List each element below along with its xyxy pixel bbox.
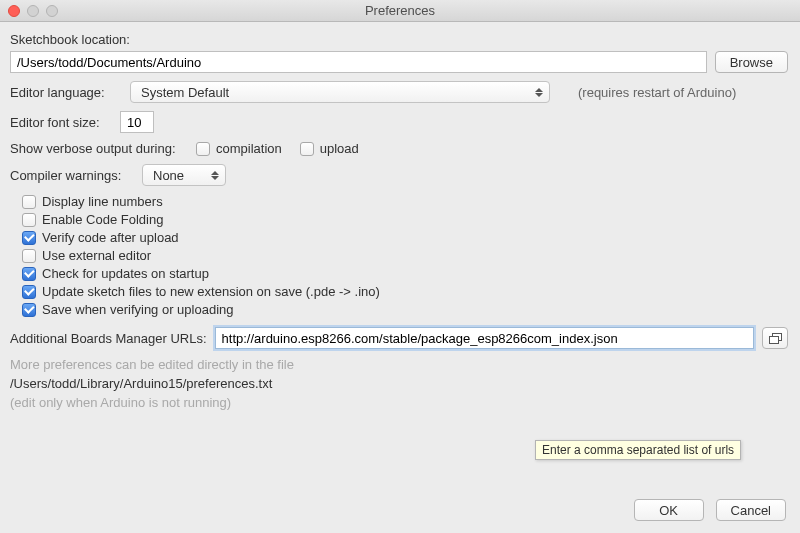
display-line-numbers-label: Display line numbers [42, 194, 163, 209]
save-when-verifying-checkbox[interactable] [22, 303, 36, 317]
enable-code-folding-label: Enable Code Folding [42, 212, 163, 227]
more-prefs-line: More preferences can be edited directly … [10, 357, 788, 372]
select-arrows-icon [535, 88, 543, 97]
compiler-warnings-value: None [153, 168, 184, 183]
font-size-label: Editor font size: [10, 115, 112, 130]
save-when-verifying-label: Save when verifying or uploading [42, 302, 234, 317]
language-hint: (requires restart of Arduino) [578, 85, 736, 100]
sketchbook-path-input[interactable] [10, 51, 707, 73]
editor-language-select[interactable]: System Default [130, 81, 550, 103]
display-line-numbers-checkbox[interactable] [22, 195, 36, 209]
additional-urls-expand-button[interactable] [762, 327, 788, 349]
compilation-checkbox[interactable] [196, 142, 210, 156]
upload-checkbox[interactable] [300, 142, 314, 156]
upload-label: upload [320, 141, 359, 156]
window-stack-icon [769, 333, 782, 344]
verify-code-after-upload-label: Verify code after upload [42, 230, 179, 245]
compilation-label: compilation [216, 141, 282, 156]
check-for-updates-checkbox[interactable] [22, 267, 36, 281]
edit-only-note: (edit only when Arduino is not running) [10, 395, 788, 410]
verbose-label: Show verbose output during: [10, 141, 188, 156]
preferences-file-path: /Users/todd/Library/Arduino15/preference… [10, 376, 788, 391]
compiler-warnings-label: Compiler warnings: [10, 168, 134, 183]
editor-language-value: System Default [141, 85, 229, 100]
browse-button[interactable]: Browse [715, 51, 788, 73]
dialog-footer: OK Cancel [634, 499, 786, 521]
enable-code-folding-checkbox[interactable] [22, 213, 36, 227]
sketchbook-label: Sketchbook location: [10, 32, 130, 47]
urls-tooltip: Enter a comma separated list of urls [535, 440, 741, 460]
window-title: Preferences [0, 3, 800, 18]
update-sketch-extension-label: Update sketch files to new extension on … [42, 284, 380, 299]
cancel-button[interactable]: Cancel [716, 499, 786, 521]
font-size-input[interactable] [120, 111, 154, 133]
compiler-warnings-select[interactable]: None [142, 164, 226, 186]
select-arrows-icon [211, 171, 219, 180]
additional-urls-input[interactable] [215, 327, 754, 349]
verify-code-after-upload-checkbox[interactable] [22, 231, 36, 245]
use-external-editor-label: Use external editor [42, 248, 151, 263]
titlebar: Preferences [0, 0, 800, 22]
additional-urls-label: Additional Boards Manager URLs: [10, 331, 207, 346]
use-external-editor-checkbox[interactable] [22, 249, 36, 263]
update-sketch-extension-checkbox[interactable] [22, 285, 36, 299]
ok-button[interactable]: OK [634, 499, 704, 521]
editor-language-label: Editor language: [10, 85, 122, 100]
check-for-updates-label: Check for updates on startup [42, 266, 209, 281]
